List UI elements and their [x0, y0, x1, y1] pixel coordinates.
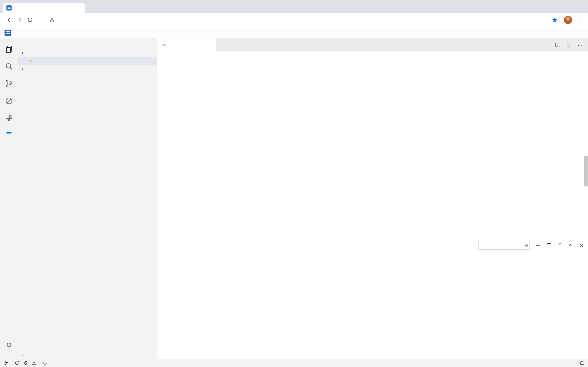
open-editor-item[interactable]: JS [18, 57, 157, 65]
chevron-down-icon: ▾ [19, 67, 25, 71]
editor-scrollbar[interactable] [584, 156, 588, 186]
git-branch-item[interactable] [4, 361, 10, 366]
search-icon[interactable] [0, 58, 18, 75]
sync-icon [15, 361, 19, 366]
extensions-icon[interactable] [0, 110, 18, 127]
browser-tab-strip [0, 0, 588, 13]
site-favicon [6, 5, 12, 10]
problems-item[interactable] [24, 361, 38, 366]
status-bar-right [574, 361, 584, 366]
bookmark-star-icon[interactable] [552, 17, 558, 23]
more-actions-icon[interactable]: ⋯ [578, 44, 583, 46]
sync-item[interactable] [15, 361, 19, 366]
bottom-panel: ✕ [157, 239, 588, 359]
open-editors-header[interactable]: ▾ [18, 49, 157, 57]
new-terminal-icon[interactable] [536, 243, 541, 248]
close-panel-icon[interactable]: ✕ [579, 242, 583, 248]
file-tree [18, 70, 157, 350]
warning-icon [32, 361, 36, 366]
panel-header: ✕ [157, 239, 588, 251]
js-file-icon: JS [27, 58, 33, 64]
editor-group: JS ⋯ [157, 38, 588, 239]
toolbar-right: ⋮ [552, 16, 584, 24]
terminal[interactable] [157, 251, 588, 359]
editor-actions: ⋯ [555, 42, 588, 48]
minimap[interactable] [543, 51, 588, 239]
maximize-panel-icon[interactable] [568, 243, 573, 248]
loading-icon [43, 361, 47, 366]
toggle-layout-icon[interactable] [566, 42, 572, 48]
outline-header[interactable]: ▸ [18, 350, 157, 359]
error-icon [24, 361, 29, 366]
split-editor-icon[interactable] [555, 42, 561, 48]
menu-bar [0, 27, 588, 38]
explorer-title [18, 38, 157, 49]
profile-avatar[interactable] [564, 16, 572, 24]
debug-icon[interactable] [0, 92, 18, 110]
browser-toolbar: ⋮ [0, 13, 588, 27]
status-bar [0, 359, 588, 367]
forward-icon[interactable] [14, 15, 25, 25]
reload-icon[interactable] [25, 15, 35, 25]
coder-logo[interactable] [5, 29, 11, 36]
js-file-icon: JS [161, 42, 167, 48]
browser-menu-icon[interactable]: ⋮ [578, 17, 582, 23]
code-editor[interactable] [157, 51, 543, 239]
htop-function-keys [164, 352, 583, 358]
offline-toggle-badge[interactable] [6, 132, 12, 133]
editor-tab[interactable]: JS [157, 38, 216, 51]
address-bar[interactable] [50, 17, 552, 22]
source-control-icon[interactable] [0, 75, 18, 92]
screen: ⋮ [0, 0, 588, 367]
chevron-down-icon: ▾ [19, 51, 25, 55]
language-status-message [43, 361, 49, 366]
workspace-header[interactable]: ▾ [18, 65, 157, 73]
kill-terminal-trash-icon[interactable] [557, 243, 563, 248]
panel-controls: ✕ [478, 241, 588, 250]
new-tab-button[interactable] [85, 1, 95, 12]
browser-tab[interactable] [3, 3, 85, 13]
vscode-workbench: ▾ JS ▾ ▸ [0, 27, 588, 367]
editor-tab-bar: JS ⋯ [157, 38, 588, 51]
explorer-sidebar: ▾ JS ▾ ▸ [18, 38, 157, 359]
back-icon[interactable] [4, 15, 14, 25]
split-terminal-icon[interactable] [547, 243, 552, 248]
bell-icon [580, 361, 584, 366]
chevron-right-icon: ▸ [19, 353, 25, 357]
lock-icon [50, 17, 54, 22]
git-branch-icon [4, 361, 8, 366]
activity-bar [0, 38, 18, 359]
settings-gear-icon[interactable] [0, 336, 18, 353]
explorer-icon[interactable] [0, 41, 18, 58]
terminal-picker[interactable] [478, 241, 530, 250]
notifications-bell[interactable] [580, 361, 584, 366]
